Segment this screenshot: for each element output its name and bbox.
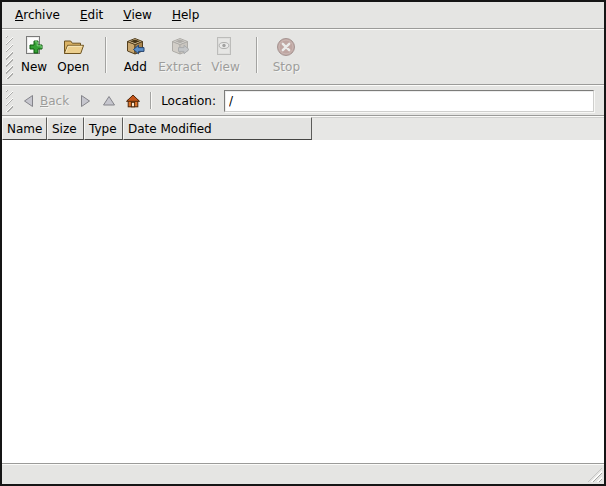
stop-button-label: Stop	[273, 60, 300, 74]
up-button[interactable]	[97, 91, 121, 111]
menu-archive[interactable]: Archive	[5, 2, 70, 28]
main-toolbar: New Open Add	[2, 30, 604, 84]
new-button[interactable]: New	[16, 33, 52, 76]
menubar: Archive Edit View Help	[2, 2, 604, 28]
file-list[interactable]	[2, 140, 604, 463]
new-archive-icon	[22, 35, 46, 59]
column-header-date-modified[interactable]: Date Modified	[123, 117, 312, 140]
view-button[interactable]: View	[206, 33, 244, 76]
stop-icon	[274, 35, 298, 59]
back-button[interactable]: Back	[17, 91, 73, 111]
up-arrow-icon	[101, 93, 117, 109]
toolbar-separator	[105, 37, 106, 73]
extract-icon	[168, 35, 192, 59]
view-button-label: View	[211, 60, 239, 74]
menu-edit[interactable]: Edit	[70, 2, 113, 28]
toolbar-grip-handle[interactable]	[6, 36, 13, 79]
extract-button-label: Extract	[158, 60, 201, 74]
open-button-label: Open	[57, 60, 89, 74]
home-icon	[125, 93, 141, 109]
stop-button[interactable]: Stop	[268, 33, 305, 76]
column-header-filler	[312, 117, 604, 140]
column-header-name[interactable]: Name	[2, 117, 47, 140]
forward-button[interactable]	[73, 91, 97, 111]
open-button[interactable]: Open	[52, 33, 94, 76]
file-list-header: Name Size Type Date Modified	[2, 117, 604, 140]
home-button[interactable]	[121, 91, 145, 111]
archive-manager-window: Archive Edit View Help New Open	[0, 0, 606, 486]
forward-arrow-icon	[77, 93, 93, 109]
column-header-size[interactable]: Size	[47, 117, 84, 140]
navbar-separator	[150, 92, 151, 109]
menu-help[interactable]: Help	[162, 2, 209, 28]
location-label: Location:	[161, 94, 216, 108]
navbar-grip-handle[interactable]	[6, 90, 13, 112]
new-button-label: New	[21, 60, 47, 74]
extract-button[interactable]: Extract	[153, 33, 206, 76]
resize-grip[interactable]	[588, 468, 602, 482]
location-input[interactable]	[224, 90, 594, 112]
view-file-icon	[213, 35, 237, 59]
back-arrow-icon	[21, 93, 37, 109]
add-button[interactable]: Add	[117, 33, 153, 76]
menu-view[interactable]: View	[113, 2, 162, 28]
open-archive-icon	[61, 35, 85, 59]
status-bar	[2, 463, 604, 484]
back-button-label: Back	[40, 94, 69, 108]
column-header-type[interactable]: Type	[84, 117, 123, 140]
add-files-icon	[123, 35, 147, 59]
toolbar-separator	[256, 37, 257, 73]
add-button-label: Add	[124, 60, 147, 74]
navigation-bar: Back Location:	[2, 86, 604, 115]
